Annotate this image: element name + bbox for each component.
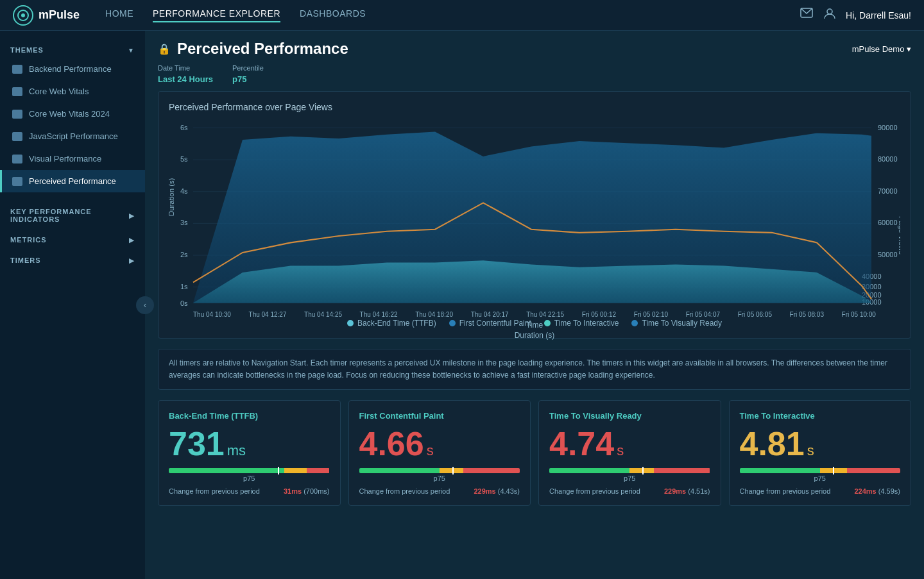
main-content: 🔒 Perceived Performance mPulse Demo ▾ Da… bbox=[145, 31, 924, 579]
performance-chart-container: Perceived Performance over Page Views 6s… bbox=[158, 91, 911, 339]
x-tick-8: Fri 05 02:10 bbox=[634, 311, 668, 318]
tti-value-row: 4.81 s bbox=[740, 427, 901, 460]
ttfb-change-value: 31ms (700ms) bbox=[284, 487, 330, 495]
ttvr-value-row: 4.74 s bbox=[549, 427, 710, 460]
percentile-label: Percentile bbox=[232, 64, 264, 72]
fcp-bar-green bbox=[359, 468, 440, 473]
chart-svg: 6s 5s 4s 3s 2s 1s 0s 90000 80000 70000 6… bbox=[169, 120, 900, 312]
x-tick-1: Thu 04 12:27 bbox=[249, 311, 287, 318]
svg-point-3 bbox=[827, 9, 832, 14]
svg-point-1 bbox=[21, 13, 25, 17]
date-time-value[interactable]: Last 24 Hours bbox=[158, 74, 213, 84]
date-time-label: Date Time bbox=[158, 64, 213, 72]
tti-title: Time To Interactive bbox=[740, 411, 901, 421]
ttvr-change-label: Change from previous period bbox=[549, 487, 640, 495]
metric-card-tti: Time To Interactive 4.81 s p75 Change fr… bbox=[729, 400, 912, 506]
chart-description: All timers are relative to Navigation St… bbox=[158, 349, 911, 390]
sidebar-item-core-web-vitals[interactable]: Core Web Vitals bbox=[0, 80, 145, 103]
logo-area: mPulse bbox=[13, 5, 80, 26]
svg-text:80000: 80000 bbox=[878, 155, 898, 163]
ttvr-p75-label: p75 bbox=[549, 474, 710, 482]
x-tick-11: Fri 05 08:03 bbox=[790, 311, 824, 318]
user-icon[interactable] bbox=[824, 8, 835, 22]
fcp-title: First Contentful Paint bbox=[359, 411, 520, 421]
svg-text:Duration (s): Duration (s) bbox=[169, 178, 175, 216]
kpi-arrow: ▶ bbox=[129, 212, 135, 219]
sidebar-item-core-web-vitals-2024[interactable]: Core Web Vitals 2024 bbox=[0, 103, 145, 125]
x-axis-label: Time bbox=[169, 321, 900, 330]
nav-home[interactable]: HOME bbox=[105, 8, 133, 22]
tti-p75-label: p75 bbox=[740, 474, 901, 482]
tti-change-value: 224ms (4.59s) bbox=[854, 487, 900, 495]
tti-bar-red bbox=[847, 468, 900, 473]
ttfb-bar-green bbox=[169, 468, 284, 473]
kpi-section-label[interactable]: KEY PERFORMANCE INDICATORS ▶ bbox=[0, 199, 145, 227]
sidebar-item-visual-performance[interactable]: Visual Performance bbox=[0, 147, 145, 170]
x-tick-6: Thu 04 22:15 bbox=[526, 311, 564, 318]
tti-progress-container: p75 bbox=[740, 468, 901, 482]
svg-text:3s: 3s bbox=[180, 219, 188, 226]
ttvr-bar-red bbox=[654, 468, 710, 473]
fcp-progress-bar bbox=[359, 468, 520, 473]
ttvr-p75-marker bbox=[642, 467, 644, 474]
ttvr-bar-yellow bbox=[629, 468, 654, 473]
filter-row: Date Time Last 24 Hours Percentile p75 bbox=[145, 64, 924, 91]
fcp-bar-red bbox=[463, 468, 520, 473]
svg-text:1s: 1s bbox=[180, 283, 188, 290]
metrics-arrow: ▶ bbox=[129, 237, 135, 244]
ttfb-p75-label: p75 bbox=[169, 474, 330, 482]
svg-text:Page Views: Page Views bbox=[898, 216, 900, 255]
nav-right: Hi, Darrell Esau! bbox=[800, 7, 911, 23]
metric-card-ttvr: Time To Visually Ready 4.74 s p75 Change… bbox=[538, 400, 721, 506]
nav-performance-explorer[interactable]: PERFORMANCE EXPLORER bbox=[153, 8, 280, 22]
ttvr-title: Time To Visually Ready bbox=[549, 411, 710, 421]
core-web-vitals-icon bbox=[12, 87, 22, 96]
visual-performance-icon bbox=[12, 155, 22, 164]
top-navigation: mPulse HOME PERFORMANCE EXPLORER DASHBOA… bbox=[0, 0, 924, 31]
logo-text: mPulse bbox=[38, 8, 80, 22]
tti-bar-green bbox=[740, 468, 820, 473]
percentile-value[interactable]: p75 bbox=[232, 74, 246, 84]
sidebar-item-javascript-performance[interactable]: JavaScript Performance bbox=[0, 125, 145, 147]
ttfb-unit: ms bbox=[227, 442, 246, 459]
ttvr-progress-container: p75 bbox=[549, 468, 710, 482]
fcp-p75-label: p75 bbox=[359, 474, 520, 482]
main-layout: THEMES ▼ Backend Performance Core Web Vi… bbox=[0, 31, 924, 579]
logo-icon bbox=[13, 5, 33, 26]
svg-text:70000: 70000 bbox=[878, 187, 898, 195]
x-tick-7: Fri 05 00:12 bbox=[582, 311, 616, 318]
demo-selector[interactable]: mPulse Demo ▾ bbox=[852, 44, 911, 54]
lock-icon: 🔒 bbox=[158, 43, 171, 55]
sidebar-item-backend-performance[interactable]: Backend Performance bbox=[0, 58, 145, 80]
page-title-row: 🔒 Perceived Performance bbox=[158, 40, 348, 58]
duration-label: Duration (s) bbox=[169, 331, 900, 340]
page-header: 🔒 Perceived Performance mPulse Demo ▾ bbox=[145, 31, 924, 64]
nav-dashboards[interactable]: DASHBOARDS bbox=[300, 8, 366, 22]
sidebar-collapse-button[interactable]: ‹ bbox=[136, 296, 154, 314]
themes-section-label[interactable]: THEMES ▼ bbox=[0, 37, 145, 58]
ttfb-progress-bar bbox=[169, 468, 330, 473]
ttfb-change-row: Change from previous period 31ms (700ms) bbox=[169, 487, 330, 495]
sidebar-item-perceived-performance[interactable]: Perceived Performance bbox=[0, 170, 145, 192]
fcp-bar-yellow bbox=[440, 468, 464, 473]
tti-change-label: Change from previous period bbox=[740, 487, 831, 495]
svg-text:50000: 50000 bbox=[878, 251, 898, 258]
svg-text:60000: 60000 bbox=[878, 219, 898, 226]
chart-title: Perceived Performance over Page Views bbox=[169, 102, 900, 112]
backend-performance-icon bbox=[12, 65, 22, 74]
metrics-section-label[interactable]: METRICS ▶ bbox=[0, 227, 145, 248]
x-tick-0: Thu 04 10:30 bbox=[193, 311, 231, 318]
svg-text:5s: 5s bbox=[180, 155, 188, 163]
x-tick-2: Thu 04 14:25 bbox=[304, 311, 342, 318]
notification-icon[interactable] bbox=[800, 7, 814, 23]
x-tick-4: Thu 04 18:20 bbox=[415, 311, 453, 318]
x-tick-3: Thu 04 16:22 bbox=[360, 311, 398, 318]
ttvr-change-value: 229ms (4.51s) bbox=[664, 487, 710, 495]
chart-area: 6s 5s 4s 3s 2s 1s 0s 90000 80000 70000 6… bbox=[169, 120, 900, 312]
ttfb-value-row: 731 ms bbox=[169, 427, 330, 460]
tti-progress-bar bbox=[740, 468, 901, 473]
ttvr-value: 4.74 bbox=[549, 427, 614, 460]
ttfb-bar-red bbox=[307, 468, 329, 473]
timers-section-label[interactable]: TIMERS ▶ bbox=[0, 248, 145, 268]
svg-text:4s: 4s bbox=[180, 187, 188, 195]
